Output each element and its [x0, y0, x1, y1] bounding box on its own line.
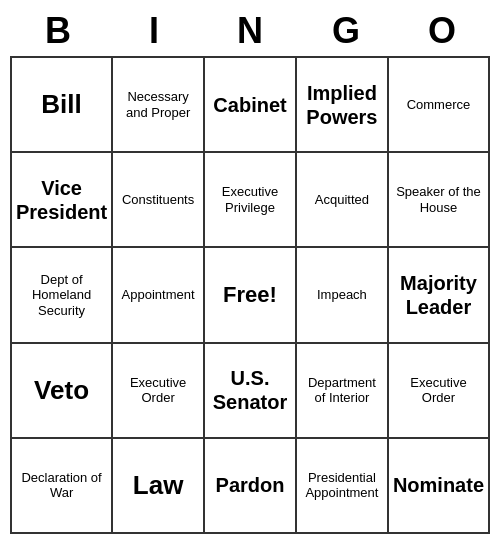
bingo-cell-19: Executive Order	[389, 344, 490, 439]
bingo-cell-11: Appointment	[113, 248, 205, 343]
bingo-header: B I N G O	[10, 10, 490, 52]
bingo-cell-20: Declaration of War	[12, 439, 113, 534]
bingo-cell-8: Acquitted	[297, 153, 389, 248]
bingo-cell-12: Free!	[205, 248, 297, 343]
bingo-cell-16: Executive Order	[113, 344, 205, 439]
bingo-cell-22: Pardon	[205, 439, 297, 534]
bingo-cell-15: Veto	[12, 344, 113, 439]
bingo-grid: BillNecessary and ProperCabinetImplied P…	[10, 56, 490, 534]
letter-b: B	[10, 10, 106, 52]
bingo-cell-21: Law	[113, 439, 205, 534]
letter-o: O	[394, 10, 490, 52]
bingo-cell-2: Cabinet	[205, 58, 297, 153]
bingo-cell-3: Implied Powers	[297, 58, 389, 153]
bingo-cell-10: Dept of Homeland Security	[12, 248, 113, 343]
bingo-cell-13: Impeach	[297, 248, 389, 343]
bingo-cell-14: Majority Leader	[389, 248, 490, 343]
bingo-cell-4: Commerce	[389, 58, 490, 153]
bingo-cell-7: Executive Privilege	[205, 153, 297, 248]
bingo-cell-0: Bill	[12, 58, 113, 153]
bingo-cell-1: Necessary and Proper	[113, 58, 205, 153]
bingo-cell-9: Speaker of the House	[389, 153, 490, 248]
bingo-cell-18: Department of Interior	[297, 344, 389, 439]
bingo-cell-6: Constituents	[113, 153, 205, 248]
letter-n: N	[202, 10, 298, 52]
letter-i: I	[106, 10, 202, 52]
bingo-cell-17: U.S. Senator	[205, 344, 297, 439]
bingo-cell-23: Presidential Appointment	[297, 439, 389, 534]
bingo-cell-5: Vice President	[12, 153, 113, 248]
letter-g: G	[298, 10, 394, 52]
bingo-cell-24: Nominate	[389, 439, 490, 534]
